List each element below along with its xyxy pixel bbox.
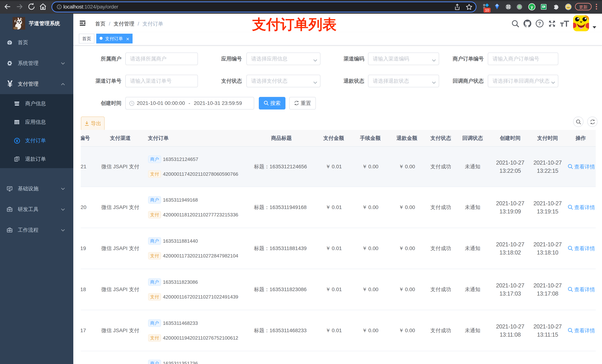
svg-text:?: ? xyxy=(538,21,541,26)
svg-text:y: y xyxy=(531,5,533,9)
